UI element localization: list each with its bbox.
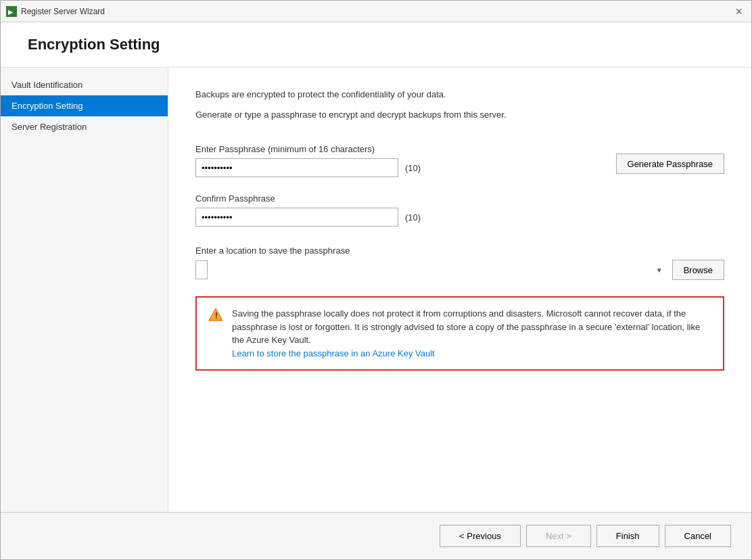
warning-box: ! Saving the passphrase locally does not… [195,296,724,371]
close-button[interactable]: ✕ [732,5,746,18]
passphrase-fields: Enter Passphrase (minimum of 16 characte… [195,128,603,227]
location-dropdown[interactable] [195,260,208,279]
generate-passphrase-button[interactable]: Generate Passphrase [616,154,724,174]
confirm-passphrase-label: Confirm Passphrase [195,193,603,204]
description-2: Generate or type a passphrase to encrypt… [195,108,724,122]
finish-button[interactable]: Finish [596,525,659,547]
generate-btn-wrapper: Generate Passphrase [616,128,724,177]
warning-text-content: Saving the passphrase locally does not p… [232,307,712,360]
sidebar-item-vault-identification[interactable]: Vault Identification [1,74,168,95]
confirm-passphrase-group: Confirm Passphrase (10) [195,193,603,227]
description-1: Backups are encrypted to protect the con… [195,88,724,101]
passphrase-section: Enter Passphrase (minimum of 16 characte… [195,128,724,227]
confirm-passphrase-input[interactable] [195,208,398,227]
svg-text:!: ! [215,311,218,321]
passphrase-input[interactable] [195,158,398,177]
page-title: Encryption Setting [28,36,724,53]
dropdown-arrow-icon: ▼ [656,266,663,274]
wizard-window: ▶ Register Server Wizard ✕ Encryption Se… [0,0,752,560]
browse-button[interactable]: Browse [672,260,724,280]
passphrase-char-count: (10) [405,163,421,173]
next-button[interactable]: Next > [526,525,591,547]
svg-text:▶: ▶ [8,9,14,16]
previous-button[interactable]: < Previous [440,525,521,547]
content-area: Backups are encrypted to protect the con… [168,68,751,512]
sidebar-item-encryption-setting[interactable]: Encryption Setting [1,95,168,116]
passphrase-group: Enter Passphrase (minimum of 16 characte… [195,144,603,177]
location-dropdown-wrapper: ▼ [195,260,667,279]
titlebar-left: ▶ Register Server Wizard [6,6,105,17]
warning-body-text: Saving the passphrase locally does not p… [232,308,700,345]
confirm-char-count: (10) [405,212,421,223]
location-row: ▼ Browse [195,260,724,280]
sidebar-item-server-registration[interactable]: Server Registration [1,116,168,137]
location-label: Enter a location to save the passphrase [195,246,724,256]
azure-keyvault-link[interactable]: Learn to store the passphrase in an Azur… [232,348,435,358]
passphrase-input-row: (10) [195,158,603,177]
confirm-input-row: (10) [195,208,603,227]
body-area: Vault Identification Encryption Setting … [1,68,751,512]
page-header: Encryption Setting [1,22,751,68]
cancel-button[interactable]: Cancel [665,525,731,547]
footer: < Previous Next > Finish Cancel [1,512,751,559]
warning-icon: ! [208,307,224,323]
location-group: Enter a location to save the passphrase … [195,246,724,280]
window-title: Register Server Wizard [21,7,105,16]
sidebar: Vault Identification Encryption Setting … [1,68,168,512]
app-icon: ▶ [6,6,17,17]
titlebar: ▶ Register Server Wizard ✕ [1,1,751,22]
passphrase-label: Enter Passphrase (minimum of 16 characte… [195,144,603,154]
